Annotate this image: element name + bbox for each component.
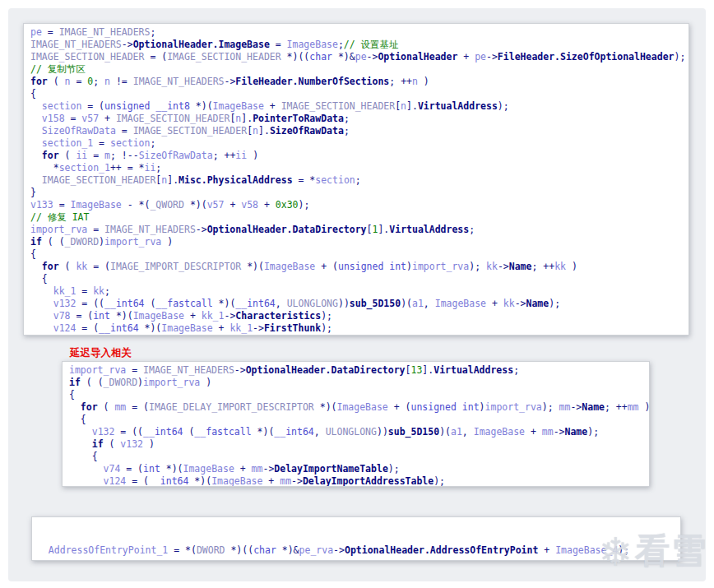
entry-call-line-top: AddressOfEntryPoint_1 = *(DWORD *)((char… xyxy=(37,544,674,557)
pseudocode-block-entry-call: AddressOfEntryPoint_1 = *(DWORD *)((char… xyxy=(31,516,681,561)
delay-import-annotation: 延迟导入相关 xyxy=(70,347,132,359)
pseudocode-block-delay-import: import_rva = IMAGE_NT_HEADERS->OptionalH… xyxy=(62,361,650,487)
content-panel: pe = IMAGE_NT_HEADERS;IMAGE_NT_HEADERS->… xyxy=(8,8,706,581)
pseudocode-block-pe-load: pe = IMAGE_NT_HEADERS;IMAGE_NT_HEADERS->… xyxy=(23,23,689,336)
